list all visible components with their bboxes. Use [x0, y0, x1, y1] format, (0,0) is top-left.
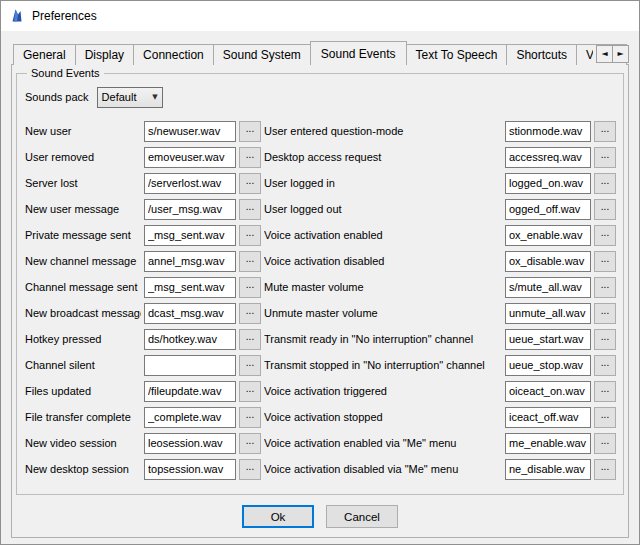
event-label: Channel silent	[25, 359, 141, 371]
sound-file-input[interactable]	[144, 225, 236, 246]
sound-file-input[interactable]	[505, 225, 591, 246]
app-icon	[9, 8, 25, 24]
sound-file-input[interactable]	[144, 251, 236, 272]
sound-event-row: Hotkey pressed ... Transmit ready in "No…	[25, 326, 615, 352]
sound-file-input[interactable]	[144, 459, 236, 480]
event-label: New user message	[25, 203, 141, 215]
browse-button[interactable]: ...	[239, 459, 261, 480]
sound-file-input[interactable]	[144, 121, 236, 142]
event-label: User logged in	[264, 177, 502, 189]
event-label: File transfer complete	[25, 411, 141, 423]
browse-button[interactable]: ...	[239, 329, 261, 350]
sound-file-input[interactable]	[144, 199, 236, 220]
sound-file-input[interactable]	[505, 407, 591, 428]
sound-file-input[interactable]	[144, 381, 236, 402]
event-label: Transmit ready in "No interruption" chan…	[264, 333, 502, 345]
sound-event-row: File transfer complete ... Voice activat…	[25, 404, 615, 430]
browse-button[interactable]: ...	[594, 381, 616, 402]
chevron-down-icon: ▼	[152, 93, 157, 101]
browse-button[interactable]: ...	[239, 381, 261, 402]
event-label: Private message sent	[25, 229, 141, 241]
sound-file-input[interactable]	[505, 303, 591, 324]
tab-connection[interactable]: Connection	[133, 44, 214, 65]
browse-button[interactable]: ...	[594, 407, 616, 428]
browse-button[interactable]: ...	[239, 173, 261, 194]
browse-button[interactable]: ...	[594, 225, 616, 246]
sound-file-input[interactable]	[505, 329, 591, 350]
tab-sound-events[interactable]: Sound Events	[310, 41, 407, 65]
event-label: User removed	[25, 151, 141, 163]
browse-button[interactable]: ...	[594, 459, 616, 480]
event-label: New desktop session	[25, 463, 141, 475]
event-label: New video session	[25, 437, 141, 449]
browse-button[interactable]: ...	[239, 147, 261, 168]
browse-button[interactable]: ...	[594, 277, 616, 298]
tab-display[interactable]: Display	[75, 44, 134, 65]
tab-general[interactable]: General	[13, 44, 76, 65]
sound-file-input[interactable]	[144, 173, 236, 194]
browse-button[interactable]: ...	[239, 355, 261, 376]
event-label: New user	[25, 125, 141, 137]
title-bar[interactable]: Preferences	[1, 1, 639, 31]
browse-button[interactable]: ...	[239, 121, 261, 142]
cancel-button[interactable]: Cancel	[326, 505, 398, 528]
event-label: User logged out	[264, 203, 502, 215]
browse-button[interactable]: ...	[239, 433, 261, 454]
event-label: User entered question-mode	[264, 125, 502, 137]
sound-event-row: New channel message ... Voice activation…	[25, 248, 615, 274]
ok-button[interactable]: Ok	[242, 505, 314, 528]
tab-scroller: ◄ ►	[593, 45, 629, 63]
sounds-pack-row: Sounds pack Default ▼	[25, 86, 615, 108]
tab-scroll-left-button[interactable]: ◄	[596, 45, 613, 63]
browse-button[interactable]: ...	[594, 199, 616, 220]
sound-file-input[interactable]	[505, 173, 591, 194]
sound-rows: New user ... User entered question-mode …	[25, 118, 615, 482]
sound-file-input[interactable]	[505, 355, 591, 376]
sound-file-input[interactable]	[144, 329, 236, 350]
sound-file-input[interactable]	[505, 251, 591, 272]
browse-button[interactable]: ...	[239, 407, 261, 428]
sound-event-row: New user message ... User logged out ...	[25, 196, 615, 222]
sounds-pack-select[interactable]: Default ▼	[97, 87, 163, 108]
browse-button[interactable]: ...	[594, 433, 616, 454]
tab-strip: General Display Connection Sound System …	[13, 41, 629, 65]
sound-file-input[interactable]	[144, 433, 236, 454]
sound-file-input[interactable]	[505, 459, 591, 480]
sound-file-input[interactable]	[505, 277, 591, 298]
sound-file-input[interactable]	[144, 303, 236, 324]
browse-button[interactable]: ...	[239, 251, 261, 272]
browse-button[interactable]: ...	[594, 329, 616, 350]
browse-button[interactable]: ...	[239, 199, 261, 220]
sound-file-input[interactable]	[505, 381, 591, 402]
sound-file-input[interactable]	[144, 277, 236, 298]
sound-event-row: Server lost ... User logged in ...	[25, 170, 615, 196]
sound-event-row: New desktop session ... Voice activation…	[25, 456, 615, 482]
browse-button[interactable]: ...	[594, 147, 616, 168]
browse-button[interactable]: ...	[594, 355, 616, 376]
browse-button[interactable]: ...	[239, 225, 261, 246]
sound-file-input[interactable]	[144, 147, 236, 168]
event-label: Transmit stopped in "No interruption" ch…	[264, 359, 502, 371]
tab-sound-system[interactable]: Sound System	[213, 44, 311, 65]
event-label: Voice activation enabled via "Me" menu	[264, 437, 502, 449]
tab-shortcuts[interactable]: Shortcuts	[506, 44, 577, 65]
browse-button[interactable]: ...	[239, 303, 261, 324]
browse-button[interactable]: ...	[594, 121, 616, 142]
sound-event-row: User removed ... Desktop access request …	[25, 144, 615, 170]
left-arrow-icon: ◄	[601, 50, 607, 58]
sound-file-input[interactable]	[505, 199, 591, 220]
sound-file-input[interactable]	[505, 433, 591, 454]
sound-event-row: Files updated ... Voice activation trigg…	[25, 378, 615, 404]
sound-file-input[interactable]	[144, 355, 236, 376]
browse-button[interactable]: ...	[594, 303, 616, 324]
dialog-body: General Display Connection Sound System …	[1, 31, 639, 544]
browse-button[interactable]: ...	[239, 277, 261, 298]
browse-button[interactable]: ...	[594, 251, 616, 272]
tab-text-to-speech[interactable]: Text To Speech	[406, 44, 508, 65]
browse-button[interactable]: ...	[594, 173, 616, 194]
window-title: Preferences	[32, 9, 97, 23]
sound-file-input[interactable]	[144, 407, 236, 428]
tab-scroll-right-button[interactable]: ►	[612, 45, 629, 63]
sound-file-input[interactable]	[505, 147, 591, 168]
sound-file-input[interactable]	[505, 121, 591, 142]
